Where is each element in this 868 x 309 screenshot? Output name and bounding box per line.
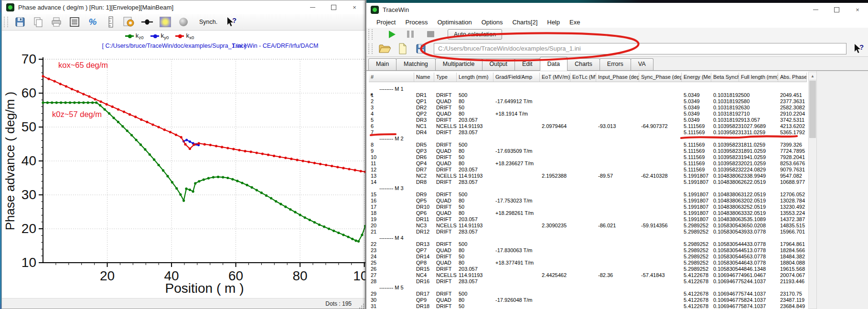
cell: 5.111569 — [682, 148, 711, 154]
table-row[interactable]: 11QP4QUAD80+18.236627 T/m5.1115690.10395… — [369, 160, 807, 167]
column-header[interactable]: Name — [414, 73, 434, 82]
column-header[interactable]: Sync_Phase (deg) — [639, 73, 682, 82]
table-row[interactable]: 12DR7DRIFT203.0575.1115690.103958232224.… — [369, 167, 807, 173]
save-icon[interactable] — [415, 43, 427, 54]
minimize-button[interactable] — [805, 3, 826, 17]
tab-errors[interactable]: Errors — [600, 58, 631, 71]
close-button[interactable]: × — [847, 3, 868, 17]
table-row[interactable]: 5DR3DRIFT203.0575.03490.10318192913.0573… — [369, 117, 807, 123]
section-row[interactable]: -------- M 3 — [369, 185, 807, 192]
cell: NCELLS — [434, 223, 457, 229]
pause-icon[interactable] — [407, 31, 414, 38]
table-row[interactable]: 25QP8QUAD80+18.377491 T/m5.29892520.1058… — [369, 260, 807, 266]
cell: 3650.0208 — [739, 223, 778, 229]
table-row[interactable]: 14DR8DRIFT283.0575.19918070.104838062622… — [369, 179, 807, 185]
help-cursor-icon[interactable]: ? — [852, 43, 865, 54]
table-row[interactable]: 2QP1QUAD80-17.649912 T/m5.03490.10318192… — [369, 98, 807, 105]
cell: 5.1991807 — [682, 192, 711, 198]
maximize-button[interactable] — [826, 3, 847, 17]
table-row[interactable]: 21DR12DRIFT283.0575.29892520.10583054393… — [369, 229, 807, 235]
vertical-scrollbar[interactable]: ▲ — [808, 72, 817, 309]
table-row[interactable]: 1DR1DRIFT5005.03490.103181925002049.451▶ — [369, 92, 807, 98]
tracewin-titlebar[interactable]: TraceWin × — [366, 3, 868, 17]
table-row[interactable]: 27NC4NCELLS114.911932.4425462-82.36-57.4… — [369, 272, 807, 278]
table-row[interactable]: 24DR14DRIFT505.29892520.105830544563.077… — [369, 254, 807, 260]
cell: 5.2989252 — [682, 229, 711, 235]
table-row[interactable]: 7DR4DRIFT283.0575.1115690.103958231311.0… — [369, 129, 807, 136]
menu-options[interactable]: Options — [477, 17, 507, 27]
table-row[interactable]: 15DR9DRIFT5005.19918070.104838063122.051… — [369, 192, 807, 198]
section-row[interactable]: -------- M 2 — [369, 136, 807, 142]
table-row[interactable]: 13NC2NCELLS114.911932.1952388-89.57-62.4… — [369, 173, 807, 179]
table-row[interactable]: 3DR2DRIFT505.03490.103181926302582.3082 — [369, 105, 807, 111]
table-row[interactable]: 4QP2QUAD80+18.1914 T/m5.03490.1031819271… — [369, 111, 807, 117]
column-header[interactable]: # — [369, 73, 414, 82]
table-row[interactable]: 19DR11DRIFT203.0575.19918070.10483806353… — [369, 216, 807, 223]
section-row[interactable]: -------- M 4 — [369, 235, 807, 241]
table-row[interactable]: 9QP3QUAD80-17.693509 T/m5.1115690.103958… — [369, 148, 807, 154]
tab-data[interactable]: Data — [540, 57, 568, 71]
column-header[interactable]: Type — [434, 73, 457, 82]
section-label: -------- M 3 — [369, 185, 404, 192]
table-row[interactable]: 16QP5QUAD80-17.753023 T/m5.19918070.1048… — [369, 198, 807, 204]
column-header[interactable]: Beta Synch. — [711, 73, 739, 82]
menu-optimisation[interactable]: Optimisation — [433, 17, 476, 27]
cell: -57.41843 — [639, 272, 682, 278]
column-header[interactable]: Input_Phase (deg) — [596, 73, 639, 82]
column-header[interactable]: Abs. Phase (d — [778, 73, 807, 82]
column-header[interactable]: Length (mm) — [457, 73, 493, 82]
cell — [639, 210, 682, 216]
new-file-icon[interactable] — [396, 43, 409, 54]
section-row[interactable]: -------- M 5 — [369, 285, 807, 291]
table-row[interactable]: 22DR13DRIFT5005.29892520.105830544433.07… — [369, 241, 807, 247]
table-row[interactable]: 29DR17DRIFT5005.41226780.106946775744.10… — [369, 291, 807, 297]
toolbar-grip[interactable] — [368, 43, 373, 54]
table-row[interactable]: 18QP6QUAD80+18.298261 T/m5.19918070.1048… — [369, 210, 807, 216]
menu-exe[interactable]: Exe — [565, 17, 584, 27]
column-header[interactable]: Energy (MeV) — [682, 73, 711, 82]
tab-va[interactable]: VA — [631, 58, 654, 71]
cell — [493, 303, 540, 309]
table-row[interactable]: 28DR16DRIFT283.0575.41226780.10694677524… — [369, 278, 807, 285]
project-path-input[interactable] — [434, 43, 847, 54]
cell: 0.10483806 — [711, 216, 739, 223]
menu-process[interactable]: Process — [401, 17, 432, 27]
table-row[interactable]: 8DR5DRIFT5005.1115690.103958231811.02597… — [369, 142, 807, 148]
table-row[interactable]: 30QP9QUAD80-17.926048 T/m5.41226780.1069… — [369, 297, 807, 303]
table-row[interactable]: 20NC3NCELLS114.911932.3090235-86.021-59.… — [369, 223, 807, 229]
table-row[interactable]: 10DR6DRIFT505.1115690.103958231941.02597… — [369, 154, 807, 160]
tab-edit[interactable]: Edit — [514, 58, 540, 71]
column-header[interactable]: EoTLc (MV) — [570, 73, 596, 82]
table-body[interactable]: -------- M 11DR1DRIFT5005.03490.10318192… — [369, 86, 807, 309]
resize-grip[interactable] — [359, 304, 364, 309]
auto-calculation-button[interactable]: Auto calculation — [448, 29, 502, 40]
table-row[interactable]: 26DR15DRIFT203.0575.29892520.10583054484… — [369, 266, 807, 272]
tab-main[interactable]: Main — [368, 58, 396, 71]
cell: 7724.7895 — [778, 148, 807, 154]
scroll-thumb[interactable] — [809, 81, 816, 138]
section-row[interactable]: -------- M 1 — [369, 86, 807, 92]
table-row[interactable]: 31DR18DRIFT505.41226780.106946775874.103… — [369, 303, 807, 309]
play-icon[interactable] — [389, 31, 396, 38]
file-toolbar: ? — [366, 41, 868, 57]
table-row[interactable]: 17DR10DRIFT505.19918070.104838063252.051… — [369, 204, 807, 210]
column-header[interactable]: Full length (mm) — [739, 73, 778, 82]
tab-multiparticle[interactable]: Multiparticle — [435, 58, 482, 71]
cell — [570, 198, 596, 204]
tab-charts[interactable]: Charts — [567, 58, 600, 71]
column-header[interactable]: EoT (MV/m) — [540, 73, 570, 82]
table-row[interactable]: 23QP7QUAD80-17.830063 T/m5.29892520.1058… — [369, 247, 807, 254]
tab-matching[interactable]: Matching — [396, 58, 436, 71]
menu-help[interactable]: Help — [543, 17, 564, 27]
cell: 283.057 — [457, 229, 493, 235]
scroll-up-icon[interactable]: ▲ — [809, 72, 816, 80]
cell: DRIFT — [434, 278, 457, 285]
table-row[interactable]: 6NC1NCELLS114.911932.0979464-93.013-64.9… — [369, 123, 807, 129]
menu-project[interactable]: Project — [372, 17, 400, 27]
tab-output[interactable]: Output — [482, 58, 515, 71]
stop-icon[interactable] — [427, 31, 434, 37]
open-folder-icon[interactable] — [378, 43, 391, 54]
toolbar-grip[interactable] — [368, 29, 373, 40]
menu-charts[interactable]: Charts[2] — [508, 17, 542, 27]
column-header[interactable]: Grad/Field/Amp — [493, 73, 540, 82]
